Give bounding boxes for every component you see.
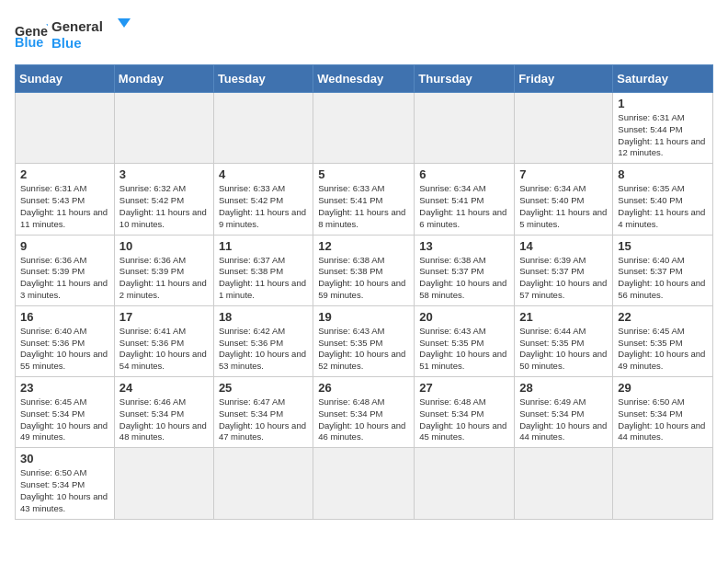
calendar-cell: 20Sunrise: 6:43 AM Sunset: 5:35 PM Dayli… — [415, 305, 515, 376]
calendar-cell — [313, 448, 415, 519]
day-number: 2 — [20, 167, 109, 181]
day-number: 6 — [419, 167, 509, 181]
calendar-cell: 12Sunrise: 6:38 AM Sunset: 5:38 PM Dayli… — [313, 235, 415, 305]
day-info: Sunrise: 6:36 AM Sunset: 5:39 PM Dayligh… — [20, 255, 109, 302]
day-number: 29 — [618, 381, 708, 395]
calendar-cell: 21Sunrise: 6:44 AM Sunset: 5:35 PM Dayli… — [515, 305, 613, 376]
calendar-cell: 4Sunrise: 6:33 AM Sunset: 5:42 PM Daylig… — [213, 164, 313, 235]
day-number: 24 — [119, 381, 209, 395]
day-info: Sunrise: 6:40 AM Sunset: 5:36 PM Dayligh… — [20, 326, 109, 373]
calendar-cell: 14Sunrise: 6:39 AM Sunset: 5:37 PM Dayli… — [515, 235, 613, 305]
calendar-cell: 27Sunrise: 6:48 AM Sunset: 5:34 PM Dayli… — [415, 377, 515, 448]
day-info: Sunrise: 6:45 AM Sunset: 5:34 PM Dayligh… — [20, 396, 109, 443]
weekday-header-sunday: Sunday — [16, 65, 115, 93]
calendar-cell — [415, 448, 515, 519]
calendar-cell — [415, 93, 515, 164]
calendar-cell: 26Sunrise: 6:48 AM Sunset: 5:34 PM Dayli… — [313, 377, 415, 448]
day-info: Sunrise: 6:41 AM Sunset: 5:36 PM Dayligh… — [119, 326, 209, 373]
day-number: 12 — [318, 239, 409, 253]
day-number: 19 — [318, 310, 409, 324]
day-info: Sunrise: 6:39 AM Sunset: 5:37 PM Dayligh… — [519, 255, 608, 302]
day-number: 10 — [119, 239, 209, 253]
calendar-cell: 23Sunrise: 6:45 AM Sunset: 5:34 PM Dayli… — [16, 377, 115, 448]
day-number: 18 — [219, 310, 308, 324]
day-info: Sunrise: 6:49 AM Sunset: 5:34 PM Dayligh… — [519, 396, 608, 443]
day-number: 7 — [519, 167, 608, 181]
day-number: 4 — [219, 167, 308, 181]
day-info: Sunrise: 6:43 AM Sunset: 5:35 PM Dayligh… — [318, 326, 409, 373]
calendar-cell: 10Sunrise: 6:36 AM Sunset: 5:39 PM Dayli… — [114, 235, 213, 305]
weekday-header-row: SundayMondayTuesdayWednesdayThursdayFrid… — [16, 65, 713, 93]
calendar-cell: 17Sunrise: 6:41 AM Sunset: 5:36 PM Dayli… — [114, 305, 213, 376]
day-number: 27 — [419, 381, 509, 395]
day-info: Sunrise: 6:50 AM Sunset: 5:34 PM Dayligh… — [20, 467, 109, 514]
day-info: Sunrise: 6:47 AM Sunset: 5:34 PM Dayligh… — [219, 396, 308, 443]
day-info: Sunrise: 6:35 AM Sunset: 5:40 PM Dayligh… — [618, 183, 708, 230]
day-number: 15 — [618, 239, 708, 253]
day-info: Sunrise: 6:33 AM Sunset: 5:41 PM Dayligh… — [318, 183, 409, 230]
calendar-cell — [213, 448, 313, 519]
weekday-header-saturday: Saturday — [613, 65, 713, 93]
day-info: Sunrise: 6:46 AM Sunset: 5:34 PM Dayligh… — [119, 396, 209, 443]
calendar-cell: 6Sunrise: 6:34 AM Sunset: 5:41 PM Daylig… — [415, 164, 515, 235]
calendar-cell: 19Sunrise: 6:43 AM Sunset: 5:35 PM Dayli… — [313, 305, 415, 376]
day-info: Sunrise: 6:42 AM Sunset: 5:36 PM Dayligh… — [219, 326, 308, 373]
calendar-cell — [515, 93, 613, 164]
week-row-4: 16Sunrise: 6:40 AM Sunset: 5:36 PM Dayli… — [16, 305, 713, 376]
svg-text:Blue: Blue — [15, 35, 43, 50]
weekday-header-tuesday: Tuesday — [213, 65, 313, 93]
day-info: Sunrise: 6:37 AM Sunset: 5:38 PM Dayligh… — [219, 255, 308, 302]
calendar-cell: 2Sunrise: 6:31 AM Sunset: 5:43 PM Daylig… — [16, 164, 115, 235]
day-number: 8 — [618, 167, 708, 181]
week-row-2: 2Sunrise: 6:31 AM Sunset: 5:43 PM Daylig… — [16, 164, 713, 235]
calendar-cell: 29Sunrise: 6:50 AM Sunset: 5:34 PM Dayli… — [613, 377, 713, 448]
day-number: 13 — [419, 239, 509, 253]
day-number: 25 — [219, 381, 308, 395]
calendar-cell: 15Sunrise: 6:40 AM Sunset: 5:37 PM Dayli… — [613, 235, 713, 305]
day-number: 11 — [219, 239, 308, 253]
calendar-cell: 28Sunrise: 6:49 AM Sunset: 5:34 PM Dayli… — [515, 377, 613, 448]
day-number: 30 — [20, 452, 109, 465]
day-info: Sunrise: 6:34 AM Sunset: 5:41 PM Dayligh… — [419, 183, 509, 230]
calendar-cell: 9Sunrise: 6:36 AM Sunset: 5:39 PM Daylig… — [16, 235, 115, 305]
calendar-cell: 30Sunrise: 6:50 AM Sunset: 5:34 PM Dayli… — [16, 448, 115, 519]
day-info: Sunrise: 6:40 AM Sunset: 5:37 PM Dayligh… — [618, 255, 708, 302]
calendar-cell: 1Sunrise: 6:31 AM Sunset: 5:44 PM Daylig… — [613, 93, 713, 164]
calendar-cell: 16Sunrise: 6:40 AM Sunset: 5:36 PM Dayli… — [16, 305, 115, 376]
svg-text:Blue: Blue — [51, 35, 82, 51]
day-number: 28 — [519, 381, 608, 395]
day-info: Sunrise: 6:34 AM Sunset: 5:40 PM Dayligh… — [519, 183, 608, 230]
day-number: 9 — [20, 239, 109, 253]
day-info: Sunrise: 6:32 AM Sunset: 5:42 PM Dayligh… — [119, 183, 209, 230]
day-number: 16 — [20, 310, 109, 324]
day-info: Sunrise: 6:38 AM Sunset: 5:37 PM Dayligh… — [419, 255, 509, 302]
page-header: General Blue General Blue — [15, 15, 713, 53]
calendar-cell: 13Sunrise: 6:38 AM Sunset: 5:37 PM Dayli… — [415, 235, 515, 305]
day-info: Sunrise: 6:43 AM Sunset: 5:35 PM Dayligh… — [419, 326, 509, 373]
day-number: 22 — [618, 310, 708, 324]
calendar-cell — [114, 448, 213, 519]
day-number: 20 — [419, 310, 509, 324]
day-info: Sunrise: 6:44 AM Sunset: 5:35 PM Dayligh… — [519, 326, 608, 373]
day-number: 26 — [318, 381, 409, 395]
svg-marker-5 — [118, 18, 131, 28]
calendar-cell: 8Sunrise: 6:35 AM Sunset: 5:40 PM Daylig… — [613, 164, 713, 235]
week-row-3: 9Sunrise: 6:36 AM Sunset: 5:39 PM Daylig… — [16, 235, 713, 305]
calendar-cell: 5Sunrise: 6:33 AM Sunset: 5:41 PM Daylig… — [313, 164, 415, 235]
calendar-cell — [613, 448, 713, 519]
day-number: 14 — [519, 239, 608, 253]
day-number: 5 — [318, 167, 409, 181]
weekday-header-thursday: Thursday — [415, 65, 515, 93]
calendar-cell — [16, 93, 115, 164]
calendar-cell: 3Sunrise: 6:32 AM Sunset: 5:42 PM Daylig… — [114, 164, 213, 235]
day-info: Sunrise: 6:33 AM Sunset: 5:42 PM Dayligh… — [219, 183, 308, 230]
day-info: Sunrise: 6:45 AM Sunset: 5:35 PM Dayligh… — [618, 326, 708, 373]
day-number: 21 — [519, 310, 608, 324]
day-info: Sunrise: 6:50 AM Sunset: 5:34 PM Dayligh… — [618, 396, 708, 443]
day-info: Sunrise: 6:36 AM Sunset: 5:39 PM Dayligh… — [119, 255, 209, 302]
day-info: Sunrise: 6:38 AM Sunset: 5:38 PM Dayligh… — [318, 255, 409, 302]
weekday-header-friday: Friday — [515, 65, 613, 93]
calendar-cell — [313, 93, 415, 164]
calendar-cell: 22Sunrise: 6:45 AM Sunset: 5:35 PM Dayli… — [613, 305, 713, 376]
logo-svg: General Blue — [51, 15, 134, 53]
